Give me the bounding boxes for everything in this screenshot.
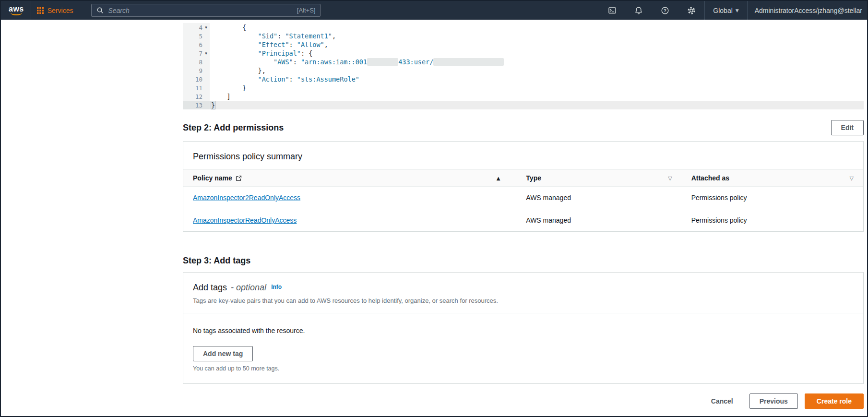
code-line-12[interactable]: 12 ] (183, 92, 864, 101)
line-number-gutter[interactable]: 7▾ (183, 49, 210, 58)
settings-button[interactable] (678, 1, 704, 20)
line-number-gutter: 5 (183, 32, 210, 40)
line-number: 12 (195, 93, 202, 100)
search-shortcut-hint: [Alt+S] (297, 7, 316, 14)
line-number: 10 (195, 76, 202, 83)
code-line-text[interactable]: }, (210, 66, 864, 75)
code-line-4[interactable]: 4▾ { (183, 23, 864, 32)
aws-logo-swoosh (11, 12, 22, 15)
add-tags-title-row: Add tags - optional Info (193, 281, 854, 294)
type-filter-icon[interactable]: ▽ (668, 175, 672, 181)
top-navigation-bar: aws Services [Alt+S] (1, 1, 867, 20)
wizard-footer-actions: Cancel Previous Create role (183, 393, 864, 409)
line-number: 8 (199, 59, 202, 66)
code-line-13[interactable]: 13} (183, 101, 864, 109)
code-line-text[interactable]: ] (210, 92, 864, 101)
code-line-text[interactable]: } (210, 83, 864, 92)
line-number: 6 (199, 41, 202, 48)
add-new-tag-button[interactable]: Add new tag (193, 346, 253, 361)
search-icon (96, 7, 104, 14)
gear-icon (687, 6, 696, 15)
attached-as-header-label: Attached as (691, 174, 729, 182)
policy-type-cell: AWS managed (516, 187, 681, 209)
policy-name-column-header[interactable]: Policy name ▲ (183, 170, 516, 186)
code-line-text[interactable]: "Effect": "Allow", (210, 40, 864, 49)
add-tags-card-body: No tags associated with the resource. Ad… (183, 313, 863, 383)
code-line-5[interactable]: 5 "Sid": "Statement1", (183, 32, 864, 40)
line-number: 5 (199, 33, 202, 40)
code-line-text[interactable]: "Action": "sts:AssumeRole" (210, 75, 864, 83)
line-number: 11 (195, 84, 202, 92)
search-input[interactable] (108, 7, 292, 14)
services-grid-icon (37, 7, 44, 14)
code-line-6[interactable]: 6 "Effect": "Allow", (183, 40, 864, 49)
line-number-gutter: 13 (183, 101, 210, 109)
bell-icon (634, 6, 643, 15)
policy-table-row: AmazonInspector2ReadOnlyAccessAWS manage… (183, 187, 863, 209)
policy-type-cell: AWS managed (516, 209, 681, 231)
cancel-button[interactable]: Cancel (702, 394, 743, 408)
step3-heading: Step 3: Add tags (183, 255, 864, 266)
policy-name-header-label: Policy name (193, 174, 232, 182)
add-tags-card: Add tags - optional Info Tags are key-va… (183, 272, 864, 384)
policy-table-body: AmazonInspector2ReadOnlyAccessAWS manage… (183, 187, 863, 231)
edit-permissions-button[interactable]: Edit (831, 120, 864, 135)
line-number: 7 (199, 50, 202, 57)
create-role-button[interactable]: Create role (805, 393, 864, 409)
services-menu-button[interactable]: Services (37, 7, 73, 14)
code-lines: 4▾ {5 "Sid": "Statement1",6 "Effect": "A… (183, 23, 864, 109)
policy-json-editor[interactable]: 4▾ {5 "Sid": "Statement1",6 "Effect": "A… (183, 23, 864, 109)
chevron-down-icon: ▼ (736, 8, 739, 13)
aws-logo[interactable]: aws (9, 5, 24, 15)
optional-label: - optional (231, 283, 266, 293)
line-number-gutter: 11 (183, 83, 210, 92)
add-tags-description: Tags are key-value pairs that you can ad… (193, 297, 854, 306)
attached-as-filter-icon[interactable]: ▽ (850, 175, 854, 181)
attached-as-column-header[interactable]: Attached as ▽ (682, 170, 863, 186)
policy-name-cell: AmazonInspector2ReadOnlyAccess (183, 187, 516, 209)
code-fold-icon[interactable]: ▾ (202, 49, 210, 58)
previous-button[interactable]: Previous (749, 393, 798, 409)
policy-name-link[interactable]: AmazonInspectorReadOnlyAccess (193, 216, 297, 224)
line-number-gutter[interactable]: 4▾ (183, 23, 210, 32)
svg-text:?: ? (664, 8, 666, 13)
line-number-gutter: 9 (183, 66, 210, 75)
code-line-10[interactable]: 10 "Action": "sts:AssumeRole" (183, 75, 864, 83)
code-line-9[interactable]: 9 }, (183, 66, 864, 75)
permissions-card-header: Permissions policy summary (183, 142, 863, 169)
code-fold-icon[interactable]: ▾ (202, 23, 210, 32)
code-line-text[interactable]: "AWS": "arn:aws:iam::001 433:user/ (210, 58, 864, 66)
policy-attached-as-cell: Permissions policy (682, 209, 863, 231)
global-search[interactable]: [Alt+S] (91, 4, 321, 17)
nav-utilities: ? Global ▼ AdministratorAccess/jzhang@st… (599, 1, 862, 20)
nav-divider (31, 1, 31, 20)
services-label: Services (48, 7, 73, 14)
redacted-text (433, 58, 503, 66)
notifications-button[interactable] (625, 1, 652, 20)
permissions-card-title: Permissions policy summary (193, 150, 854, 163)
main-content: 4▾ {5 "Sid": "Statement1",6 "Effect": "A… (1, 20, 867, 416)
permissions-summary-card: Permissions policy summary Policy name ▲ (183, 141, 864, 232)
code-line-11[interactable]: 11 } (183, 83, 864, 92)
sort-ascending-icon[interactable]: ▲ (497, 176, 507, 181)
help-button[interactable]: ? (652, 1, 678, 20)
info-link[interactable]: Info (271, 284, 282, 290)
code-line-7[interactable]: 7▾ "Principal": { (183, 49, 864, 58)
policy-name-link[interactable]: AmazonInspector2ReadOnlyAccess (193, 194, 300, 202)
step2-heading: Step 2: Add permissions (183, 122, 284, 133)
type-column-header[interactable]: Type ▽ (516, 170, 681, 186)
region-label: Global (713, 7, 732, 14)
account-menu[interactable]: AdministratorAccess/jzhang@stellar (748, 7, 862, 14)
code-line-text[interactable]: { (210, 23, 864, 32)
cloudshell-button[interactable] (599, 1, 625, 20)
code-line-text[interactable]: "Sid": "Statement1", (210, 32, 864, 40)
region-selector[interactable]: Global ▼ (705, 7, 747, 14)
code-line-text[interactable]: "Principal": { (210, 49, 864, 58)
type-header-label: Type (526, 174, 541, 182)
redacted-text (367, 58, 398, 66)
line-number-gutter: 8 (183, 58, 210, 66)
code-line-8[interactable]: 8 "AWS": "arn:aws:iam::001 433:user/ (183, 58, 864, 66)
code-line-text[interactable]: } (210, 101, 864, 109)
line-number-gutter: 10 (183, 75, 210, 83)
policy-name-cell: AmazonInspectorReadOnlyAccess (183, 209, 516, 231)
